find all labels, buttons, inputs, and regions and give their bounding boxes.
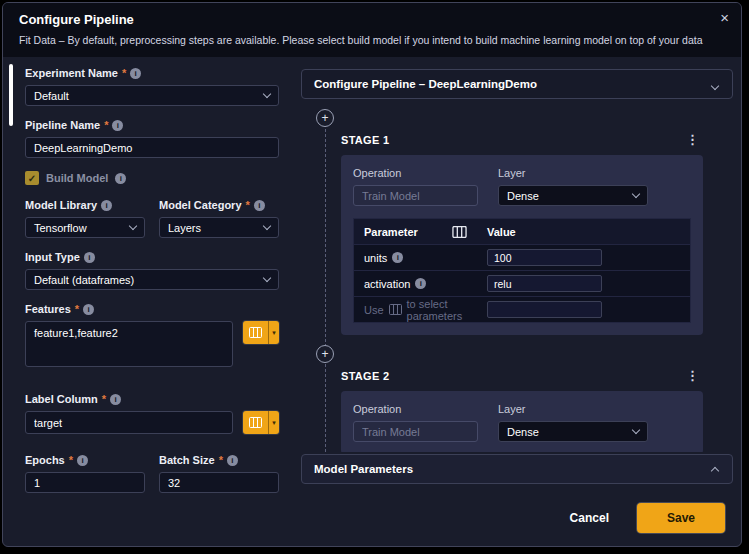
model-library-select[interactable]: Tensorflow: [25, 217, 145, 238]
chevron-down-icon: [263, 90, 271, 98]
label-column-label: Label Column * i: [25, 393, 279, 405]
operation-field: Operation: [353, 167, 478, 206]
operation-input: [353, 185, 478, 206]
operation-field: Operation: [353, 403, 478, 442]
build-model-checkbox[interactable]: ✓: [25, 171, 39, 185]
modal-subtitle: Fit Data – By default, preprocessing ste…: [19, 34, 725, 46]
input-type-value: Default (dataframes): [34, 274, 134, 286]
stage-2: STAGE 2 ⋮ Operation Layer: [341, 368, 703, 452]
epochs-label-text: Epochs: [25, 454, 65, 466]
kebab-menu-icon[interactable]: ⋮: [682, 368, 703, 383]
info-icon[interactable]: i: [101, 200, 112, 211]
stage-1-title: STAGE 1: [341, 134, 389, 146]
pipeline-section-header[interactable]: Configure Pipeline – DeepLearningDemo: [301, 69, 733, 99]
epochs-label: Epochs * i: [25, 454, 145, 466]
experiment-name-label: Experiment Name * i: [25, 67, 279, 79]
add-stage-button[interactable]: +: [316, 345, 334, 363]
model-parameters-title: Model Parameters: [314, 463, 413, 475]
value-header-label: Value: [487, 226, 516, 238]
activation-value-input[interactable]: [487, 275, 602, 292]
model-category-select[interactable]: Layers: [159, 217, 279, 238]
build-model-field: ✓ Build Model i: [25, 171, 279, 185]
parameter-table: Parameter Value: [353, 218, 691, 323]
pipeline-name-field: Pipeline Name * i: [25, 119, 279, 158]
info-icon[interactable]: i: [84, 252, 95, 263]
collapse-button[interactable]: [710, 75, 720, 94]
parameter-name: units: [364, 252, 387, 264]
batch-size-label-text: Batch Size: [159, 454, 215, 466]
info-icon[interactable]: i: [77, 455, 88, 466]
experiment-name-select[interactable]: Default: [25, 85, 279, 106]
layer-value: Dense: [507, 190, 539, 202]
label-column-input[interactable]: [25, 411, 233, 434]
build-model-label: Build Model: [46, 172, 108, 184]
save-button[interactable]: Save: [637, 503, 725, 533]
model-library-label-text: Model Library: [25, 199, 97, 211]
parameter-name: activation: [364, 278, 410, 290]
info-icon[interactable]: i: [83, 304, 94, 315]
input-type-label: Input Type i: [25, 251, 279, 263]
required-mark: *: [122, 67, 126, 79]
info-icon[interactable]: i: [415, 278, 426, 289]
epochs-input[interactable]: [25, 472, 145, 493]
pipeline-form-panel: Experiment Name * i Default Pipeline Nam…: [3, 57, 293, 494]
pipeline-name-input[interactable]: [25, 137, 279, 158]
chevron-down-icon: [129, 222, 137, 230]
kebab-menu-icon[interactable]: ⋮: [682, 132, 703, 147]
left-panel-scrollbar[interactable]: [9, 64, 13, 126]
epochs-batch-row: Epochs * i Batch Size * i: [25, 454, 279, 493]
info-icon[interactable]: i: [115, 173, 126, 184]
features-input[interactable]: feature1,feature2: [25, 321, 233, 367]
operation-input: [353, 421, 478, 442]
features-column-picker-button[interactable]: ▾: [243, 321, 279, 344]
model-library-label: Model Library i: [25, 199, 145, 211]
add-stage-button[interactable]: +: [316, 109, 334, 127]
experiment-name-value: Default: [34, 90, 69, 102]
collapse-button[interactable]: [710, 460, 720, 479]
modal-header: Configure Pipeline Fit Data – By default…: [3, 3, 741, 57]
modal-body: Experiment Name * i Default Pipeline Nam…: [3, 57, 741, 494]
required-mark: *: [102, 393, 106, 405]
parameter-row-activation: activation i: [354, 270, 690, 296]
parameter-hint: Use to select parameters: [364, 298, 467, 322]
stage-1: STAGE 1 ⋮ Operation Layer: [341, 132, 703, 335]
layer-field: Layer Dense: [498, 167, 648, 206]
model-category-label: Model Category * i: [159, 199, 279, 211]
label-column-picker-button[interactable]: ▾: [243, 411, 279, 434]
layer-value: Dense: [507, 426, 539, 438]
layer-label: Layer: [498, 403, 648, 415]
input-type-label-text: Input Type: [25, 251, 80, 263]
model-category-field: Model Category * i Layers: [159, 199, 279, 238]
columns-icon[interactable]: [452, 226, 467, 238]
info-icon[interactable]: i: [110, 394, 121, 405]
chevron-up-icon: [711, 466, 719, 474]
new-parameter-value-input[interactable]: [487, 301, 602, 318]
required-mark: *: [246, 199, 250, 211]
label-column-field: Label Column * i ▾: [25, 393, 279, 434]
operation-label: Operation: [353, 167, 478, 179]
modal-footer: Cancel Save: [3, 494, 741, 546]
layer-select[interactable]: Dense: [498, 185, 648, 206]
experiment-name-field: Experiment Name * i Default: [25, 67, 279, 106]
model-parameters-section[interactable]: Model Parameters: [301, 454, 733, 484]
model-category-label-text: Model Category: [159, 199, 242, 211]
caret-down-icon: ▾: [268, 411, 279, 434]
info-icon[interactable]: i: [392, 252, 403, 263]
info-icon[interactable]: i: [112, 120, 123, 131]
chevron-down-icon: [263, 222, 271, 230]
units-value-input[interactable]: [487, 249, 602, 266]
input-type-select[interactable]: Default (dataframes): [25, 269, 279, 290]
info-icon[interactable]: i: [130, 68, 141, 79]
configure-pipeline-modal: Configure Pipeline Fit Data – By default…: [2, 2, 742, 547]
info-icon[interactable]: i: [227, 455, 238, 466]
parameter-row-units: units i: [354, 244, 690, 270]
layer-select[interactable]: Dense: [498, 421, 648, 442]
info-icon[interactable]: i: [254, 200, 265, 211]
stage-2-header: STAGE 2 ⋮: [341, 368, 703, 383]
stages-timeline: + STAGE 1 ⋮ Operation Laye: [301, 99, 733, 452]
parameter-table-header: Parameter Value: [354, 219, 690, 244]
batch-size-input[interactable]: [159, 472, 279, 493]
close-icon[interactable]: ×: [720, 10, 729, 25]
stage-2-card: Operation Layer Dense: [341, 391, 703, 452]
cancel-button[interactable]: Cancel: [570, 511, 609, 525]
